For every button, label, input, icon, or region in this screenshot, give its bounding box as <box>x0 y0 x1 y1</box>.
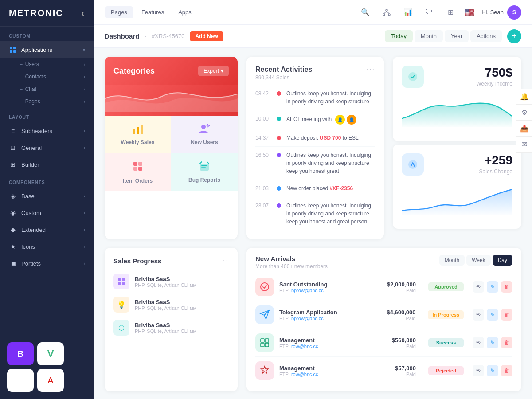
sidebar-section-components: COMPONENTS <box>0 173 94 188</box>
sales-change-icon <box>402 153 424 176</box>
user-menu[interactable]: Hi, Sean S <box>481 5 521 20</box>
extended-chevron: › <box>84 227 85 232</box>
chart-icon[interactable]: 📊 <box>401 5 415 20</box>
general-icon: ⊟ <box>9 144 17 152</box>
category-weekly-sales[interactable]: Weekly Sales <box>105 116 171 153</box>
portlets-left: ▣ Portlets <box>9 259 41 267</box>
arrival-delete-4[interactable]: 🗑 <box>501 365 512 376</box>
sidebar-item-builder[interactable]: ⊞ Builder <box>0 156 94 173</box>
brand-logo: METRONIC <box>9 8 63 18</box>
topnav-apps[interactable]: Apps <box>172 6 198 18</box>
arrival-info-3: Management FTP: row@bnc.cc <box>279 337 387 349</box>
sales-menu[interactable]: ·· <box>223 257 229 265</box>
sales-info-2: Briviba SaaS PHP, SQLite, Artisan CLI мм <box>135 299 229 311</box>
arrival-icon-2 <box>255 305 274 324</box>
arrival-edit-1[interactable]: ✎ <box>487 281 498 293</box>
users-dash: –Users <box>20 61 39 67</box>
applications-icon <box>9 46 17 54</box>
tab-month[interactable]: Month <box>439 255 465 266</box>
act-text-6: Outlines keep you honest. Indulging in p… <box>286 202 375 226</box>
actions-button[interactable]: Actions <box>470 30 502 42</box>
sidebar-item-portlets[interactable]: ▣ Portlets › <box>0 255 94 272</box>
avatar-2: 👤 <box>347 115 356 125</box>
extended-left: ◆ Extended <box>9 226 46 234</box>
arrival-ftp-3: FTP: row@bnc.cc <box>279 344 387 349</box>
topnav-features[interactable]: Features <box>135 6 170 18</box>
shield-icon[interactable]: 🛡 <box>422 5 436 20</box>
arrival-item-1: Sant Outstanding FTP: bprow@bnc.cc $2,00… <box>255 273 512 301</box>
category-new-users[interactable]: New Users <box>171 116 238 153</box>
categories-title: Categories <box>113 66 155 76</box>
month-button[interactable]: Month <box>415 30 443 42</box>
sidebar-item-chat[interactable]: –Chat › <box>20 83 94 95</box>
sidebar-item-custom[interactable]: ◉ Custom › <box>0 204 94 221</box>
network-icon[interactable] <box>379 5 394 20</box>
export-button[interactable]: Export ▾ <box>198 66 229 76</box>
today-button[interactable]: Today <box>385 30 413 42</box>
categories-wave <box>105 85 238 116</box>
sidebar-item-users[interactable]: –Users › <box>20 58 94 70</box>
arrival-delete-3[interactable]: 🗑 <box>501 337 512 348</box>
activity-item-3: 14:37 Make deposit USD 700 to ESL <box>255 129 375 147</box>
arrival-delete-1[interactable]: 🗑 <box>501 281 512 293</box>
sales-change-chart <box>402 184 512 220</box>
year-button[interactable]: Year <box>445 30 469 42</box>
react-icon[interactable]: ⚛ <box>7 369 34 392</box>
category-bug-reports[interactable]: Bug Reports <box>171 153 238 191</box>
arrival-amount-3: $560,000 Paid <box>392 337 416 349</box>
arrival-view-1[interactable]: 👁 <box>473 281 484 293</box>
bottom-row: Sales Progress ·· <box>105 248 521 391</box>
sidebar: METRONIC ‹ CUSTOM Applications ▾ –Users … <box>0 0 94 399</box>
category-item-orders[interactable]: Item Orders <box>105 153 171 191</box>
sidebar-item-pages[interactable]: –Pages › <box>20 95 94 108</box>
icons-chevron: › <box>84 244 85 249</box>
arrival-view-2[interactable]: 👁 <box>473 309 484 321</box>
sidebar-item-base[interactable]: ◈ Base › <box>0 188 94 204</box>
svg-rect-0 <box>10 47 12 49</box>
right-bell-icon[interactable]: 🔔 <box>516 89 532 105</box>
bootstrap-icon[interactable]: B <box>7 342 34 365</box>
right-share-icon[interactable]: 📤 <box>516 121 532 137</box>
top-row: Categories Export ▾ <box>105 57 521 239</box>
sidebar-section-custom: CUSTOM <box>0 27 94 41</box>
arrival-price-4: $57,000 <box>395 365 416 372</box>
users-chevron: › <box>84 62 85 67</box>
arrival-edit-3[interactable]: ✎ <box>487 337 498 348</box>
arrival-price-1: $2,000,000 <box>387 281 416 288</box>
arrivals-title: New Arrivals <box>255 255 328 262</box>
right-mail-icon[interactable]: ✉ <box>516 137 532 153</box>
add-widget-button[interactable]: + <box>507 29 521 43</box>
sidebar-toggle[interactable]: ‹ <box>81 8 85 18</box>
activities-menu[interactable]: ··· <box>367 66 375 74</box>
username-label: Hi, Sean <box>481 9 504 16</box>
sidebar-item-applications[interactable]: Applications ▾ <box>0 41 94 58</box>
extended-label: Extended <box>21 227 46 233</box>
sidebar-item-icons[interactable]: ★ Icons › <box>0 238 94 255</box>
arrival-view-3[interactable]: 👁 <box>473 337 484 348</box>
search-icon[interactable]: 🔍 <box>358 5 372 20</box>
grid-icon[interactable]: ⊞ <box>443 5 458 20</box>
weekly-sales-icon <box>132 123 144 137</box>
sidebar-item-extended[interactable]: ◆ Extended › <box>0 221 94 238</box>
topnav-pages[interactable]: Pages <box>105 6 133 18</box>
tab-week[interactable]: Week <box>466 255 490 266</box>
angular-icon[interactable]: A <box>37 369 64 392</box>
arrival-edit-4[interactable]: ✎ <box>487 365 498 376</box>
arrival-edit-2[interactable]: ✎ <box>487 309 498 321</box>
add-new-button[interactable]: Add New <box>190 31 223 41</box>
language-flag[interactable]: 🇺🇸 <box>465 8 474 17</box>
new-users-label: New Users <box>191 139 218 145</box>
act-text-4: Outlines keep you honest. Indulging in p… <box>286 151 375 175</box>
svg-rect-3 <box>13 50 16 53</box>
activities-header-text: Recent Activities 890,344 Sales <box>255 66 312 81</box>
right-gear-icon[interactable]: ⚙ <box>516 105 532 121</box>
arrival-view-4[interactable]: 👁 <box>473 365 484 376</box>
sidebar-item-subheaders[interactable]: ≡ Subheaders › <box>0 122 94 139</box>
arrival-name-1: Sant Outstanding <box>279 281 382 288</box>
categories-header: Categories Export ▾ <box>105 57 238 85</box>
sidebar-item-contacts[interactable]: –Contacts › <box>20 70 94 83</box>
tab-day[interactable]: Day <box>493 255 512 266</box>
sidebar-item-general[interactable]: ⊟ General › <box>0 139 94 156</box>
vue-icon[interactable]: V <box>37 342 64 365</box>
arrival-delete-2[interactable]: 🗑 <box>501 309 512 321</box>
